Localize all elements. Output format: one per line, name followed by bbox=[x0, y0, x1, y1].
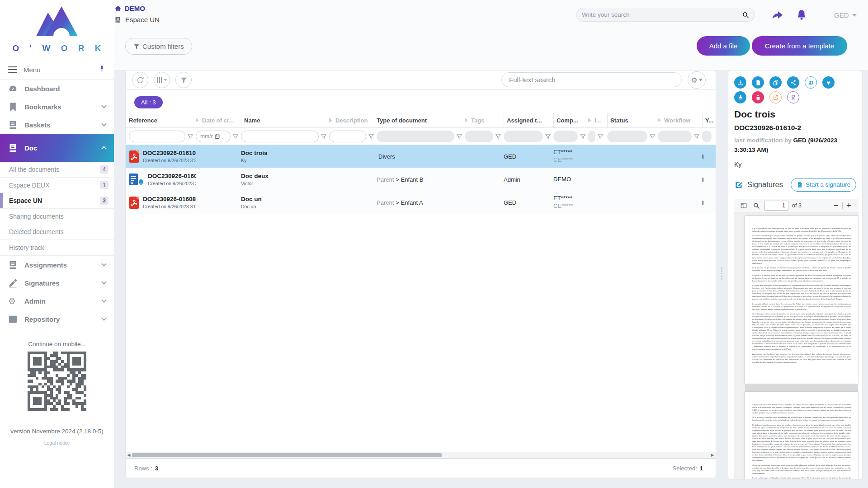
column-header-date[interactable]: Date of cr... bbox=[196, 113, 241, 127]
sidebar-item-sharing-documents[interactable]: Sharing documents bbox=[0, 209, 114, 224]
sidebar-item-baskets[interactable]: Baskets bbox=[0, 116, 114, 134]
table-empty-area bbox=[126, 214, 716, 452]
column-header-workflow[interactable]: Workflow bbox=[658, 113, 702, 127]
table-row[interactable]: DOC230926-01608-0 Created on 9/26/2023 3… bbox=[126, 191, 716, 214]
share-forward-button[interactable] bbox=[772, 9, 783, 21]
scrollbar-thumb[interactable] bbox=[132, 453, 442, 457]
delete-button[interactable] bbox=[752, 91, 764, 103]
zoom-in-button[interactable]: + bbox=[843, 201, 855, 211]
all-tab-badge[interactable]: All : 3 bbox=[134, 96, 163, 108]
sidebar-item-deleted-documents[interactable]: Deleted documents bbox=[0, 224, 114, 239]
table-horizontal-scrollbar: ◀ ▶ bbox=[126, 452, 716, 459]
table-settings-button[interactable]: ⚙ bbox=[688, 71, 706, 89]
share-button[interactable] bbox=[787, 76, 799, 89]
copy-button[interactable] bbox=[769, 76, 782, 89]
filter-funnel-icon[interactable] bbox=[495, 133, 501, 140]
filter-funnel-icon[interactable] bbox=[368, 133, 374, 140]
user-menu[interactable]: GED bbox=[834, 11, 857, 19]
tabs-row: All : 3 bbox=[126, 90, 716, 113]
sidebar-item-espace-deux[interactable]: Espace DEUX 1 bbox=[0, 178, 114, 193]
column-header-assigned[interactable]: Assigned t... bbox=[504, 113, 553, 127]
document-properties-button[interactable] bbox=[787, 91, 799, 103]
custom-filters-button[interactable]: Custom filters bbox=[125, 38, 192, 55]
create-from-template-button[interactable]: Create from a template bbox=[752, 36, 847, 56]
stamp-button[interactable] bbox=[734, 91, 746, 103]
panel-resize-handle[interactable] bbox=[720, 267, 723, 280]
filter-funnel-icon[interactable] bbox=[321, 133, 327, 140]
viewer-sidebar-toggle-icon[interactable] bbox=[740, 202, 747, 209]
filter-funnel-icon[interactable] bbox=[580, 133, 586, 140]
upload-version-button[interactable] bbox=[752, 76, 764, 89]
filter-funnel-icon[interactable] bbox=[597, 133, 604, 140]
filter-funnel-icon[interactable] bbox=[232, 133, 239, 140]
search-icon[interactable] bbox=[742, 11, 749, 19]
filter-name-input[interactable] bbox=[245, 133, 314, 140]
sidebar-item-admin[interactable]: ⚙ Admin bbox=[0, 292, 114, 310]
assign-users-button[interactable] bbox=[805, 76, 817, 89]
filter-funnel-icon[interactable] bbox=[187, 133, 193, 140]
sidebar-item-signatures[interactable]: Signatures bbox=[0, 274, 114, 292]
columns-button[interactable] bbox=[154, 72, 170, 88]
selected-label: Selected: bbox=[673, 465, 697, 472]
column-header-description[interactable]: Description bbox=[329, 113, 377, 127]
table-row[interactable]: w DOC230926-01609-0 Created on 9/26/2023… bbox=[126, 168, 716, 191]
scroll-right-arrow[interactable]: ▶ bbox=[709, 453, 716, 457]
breadcrumb-space[interactable]: Espace UN bbox=[114, 16, 160, 23]
sidebar-item-assignments[interactable]: Assignments bbox=[0, 256, 114, 274]
filter-status-disabled bbox=[607, 131, 647, 142]
pin-icon[interactable] bbox=[98, 65, 106, 75]
fulltext-search-input[interactable] bbox=[509, 76, 674, 84]
share-nodes-icon bbox=[790, 80, 797, 86]
global-search-input[interactable] bbox=[582, 11, 742, 18]
legal-notice-link[interactable]: Legal notice bbox=[0, 440, 114, 446]
gauge-icon bbox=[8, 84, 18, 94]
selected-count: 1 bbox=[700, 465, 703, 472]
sidebar-item-doc[interactable]: Doc bbox=[0, 134, 114, 162]
column-header-i[interactable]: I... bbox=[588, 113, 607, 127]
download-button[interactable] bbox=[734, 76, 746, 89]
sidebar-item-dashboard[interactable]: Dashboard bbox=[0, 80, 114, 98]
column-header-company[interactable]: Comp... bbox=[553, 113, 588, 127]
filter-funnel-icon[interactable] bbox=[693, 133, 700, 140]
breadcrumb-app[interactable]: DEMO bbox=[114, 5, 160, 12]
page-number-input[interactable] bbox=[764, 201, 788, 211]
sidebar-item-bookmarks[interactable]: Bookmarks bbox=[0, 98, 114, 116]
start-signature-button[interactable]: Start a signature bbox=[791, 178, 856, 192]
column-header-name[interactable]: Name bbox=[241, 113, 329, 127]
document-title: Doc trois bbox=[728, 103, 862, 120]
refresh-button[interactable] bbox=[132, 72, 148, 88]
table-row[interactable]: DOC230926-01610-2 Created on 9/26/2023 3… bbox=[126, 145, 716, 168]
notifications-button[interactable] bbox=[796, 9, 807, 21]
column-header-status[interactable]: Status bbox=[607, 113, 658, 127]
filter-reference-input[interactable] bbox=[133, 133, 181, 140]
copy-icon bbox=[773, 80, 779, 86]
doc-reference: DOC230926-01608-0 bbox=[143, 195, 196, 203]
pdf-viewer[interactable]: Il y a aujourd'hui trois cent quarante-s… bbox=[734, 212, 859, 480]
sidebar-item-espace-un[interactable]: Espace UN 3 bbox=[0, 193, 114, 208]
calendar-icon[interactable] bbox=[214, 133, 220, 139]
filter-date-input[interactable] bbox=[200, 133, 213, 140]
sidebar-item-all-documents[interactable]: All the documents 4 bbox=[0, 162, 114, 177]
owork-logo-icon bbox=[34, 5, 80, 41]
filter-funnel-icon[interactable] bbox=[545, 133, 551, 140]
hamburger-icon[interactable] bbox=[8, 65, 17, 75]
filter-funnel-icon[interactable] bbox=[649, 133, 656, 140]
sidebar-item-repository[interactable]: Repository bbox=[0, 310, 114, 328]
column-header-tags[interactable]: Tags bbox=[465, 113, 504, 127]
add-file-button[interactable]: Add a file bbox=[697, 36, 750, 56]
doc-type: Divers bbox=[378, 153, 395, 160]
logo[interactable]: O ' W O R K bbox=[0, 0, 114, 53]
table-filter-button[interactable] bbox=[175, 72, 192, 88]
document-owner: Ky bbox=[728, 155, 862, 168]
scroll-left-arrow[interactable]: ◀ bbox=[126, 453, 132, 457]
column-header-y[interactable]: Y... bbox=[702, 113, 714, 127]
favorite-button[interactable]: ♥ bbox=[822, 76, 835, 89]
column-header-type[interactable]: Type of document bbox=[377, 113, 465, 127]
filter-funnel-icon[interactable] bbox=[456, 133, 462, 140]
zoom-out-button[interactable]: − bbox=[830, 201, 842, 211]
sidebar-item-history-track[interactable]: History track bbox=[0, 240, 114, 255]
filter-description-input[interactable] bbox=[334, 133, 362, 140]
column-header-reference[interactable]: Reference bbox=[129, 113, 196, 127]
open-external-button[interactable] bbox=[769, 91, 782, 103]
viewer-search-icon[interactable] bbox=[753, 202, 760, 209]
